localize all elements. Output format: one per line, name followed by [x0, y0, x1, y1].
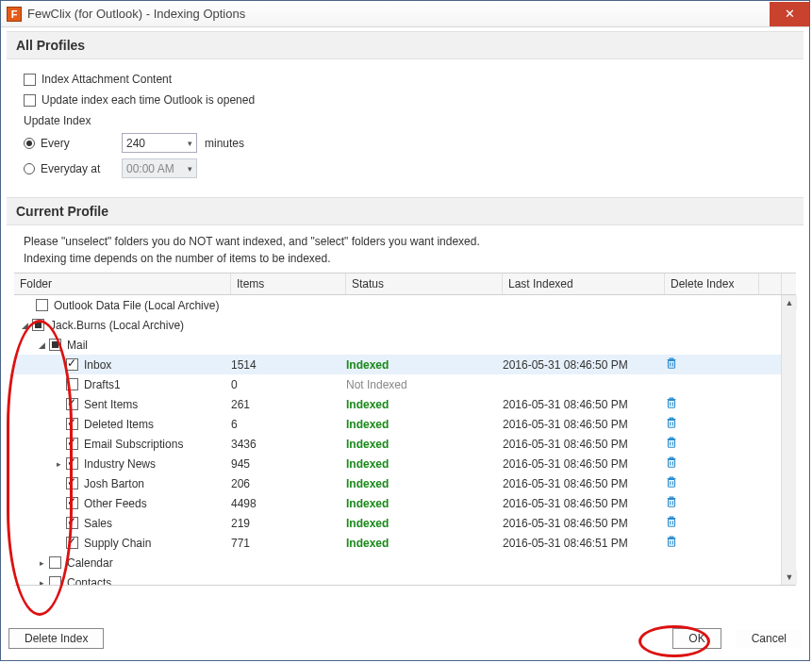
checkbox-update-on-open[interactable] — [24, 94, 36, 107]
checkbox[interactable] — [66, 358, 78, 371]
tree-node-label[interactable]: Jack.Burns (Local Archive) — [50, 319, 184, 332]
tree-node-label[interactable]: Calendar — [67, 556, 113, 570]
tree-expander[interactable]: ▸ — [37, 578, 47, 586]
checkbox[interactable] — [49, 576, 61, 585]
tree-expander[interactable]: ▸ — [54, 459, 64, 469]
trash-icon[interactable] — [665, 515, 678, 528]
checkbox[interactable] — [49, 339, 61, 351]
checkbox[interactable] — [66, 378, 78, 390]
folder-items: 6 — [231, 418, 346, 431]
folder-status: Indexed — [346, 537, 503, 550]
trash-icon[interactable] — [665, 396, 678, 409]
radio-everyday[interactable] — [24, 163, 35, 174]
trash-icon[interactable] — [665, 535, 678, 548]
tree-node-label[interactable]: Mail — [67, 339, 88, 352]
folder-name: Inbox — [84, 358, 111, 372]
folder-row[interactable]: Supply Chain771Indexed2016-05-31 08:46:5… — [14, 533, 781, 553]
label-update-index: Update Index — [24, 114, 787, 127]
checkbox[interactable] — [66, 537, 78, 549]
select-every-value: 240 — [126, 137, 145, 150]
tree-node-label[interactable]: Outlook Data File (Local Archive) — [54, 299, 219, 312]
folder-status: Indexed — [346, 517, 503, 530]
trash-icon[interactable] — [665, 436, 678, 449]
chevron-down-icon: ▾ — [188, 139, 192, 148]
trash-icon[interactable] — [665, 456, 678, 469]
tree-expander[interactable]: ◢ — [20, 321, 30, 330]
trash-icon[interactable] — [665, 416, 678, 429]
vertical-scrollbar[interactable]: ▲ ▼ — [781, 295, 796, 585]
label-everyday-at: Everyday at — [41, 162, 122, 175]
col-scroll — [759, 273, 782, 294]
checkbox[interactable] — [36, 299, 48, 311]
folder-last-indexed: 2016-05-31 08:46:50 PM — [503, 497, 665, 510]
folder-tree[interactable]: Outlook Data File (Local Archive)◢Jack.B… — [14, 295, 781, 585]
col-status[interactable]: Status — [346, 273, 503, 294]
col-delete[interactable]: Delete Index — [665, 273, 759, 294]
trash-icon[interactable] — [665, 495, 678, 508]
scroll-down-icon[interactable]: ▼ — [782, 570, 797, 585]
checkbox[interactable] — [66, 517, 78, 529]
chevron-down-icon: ▾ — [188, 164, 192, 174]
select-every-minutes[interactable]: 240 ▾ — [122, 133, 197, 153]
delete-index-icon[interactable] — [665, 535, 759, 551]
folder-row[interactable]: ▸Industry News945Indexed2016-05-31 08:46… — [14, 454, 781, 473]
folder-row[interactable]: Email Subscriptions3436Indexed2016-05-31… — [14, 434, 781, 454]
radio-every[interactable] — [24, 138, 35, 149]
checkbox[interactable] — [66, 457, 78, 470]
folder-items: 4498 — [231, 497, 346, 510]
ok-button[interactable]: OK — [672, 628, 721, 649]
folder-row[interactable]: Other Feeds4498Indexed2016-05-31 08:46:5… — [14, 493, 781, 513]
col-folder[interactable]: Folder — [14, 273, 231, 294]
svg-rect-0 — [669, 360, 675, 368]
trash-icon[interactable] — [665, 475, 678, 489]
folder-status: Indexed — [346, 398, 503, 411]
checkbox[interactable] — [66, 497, 78, 509]
folder-last-indexed: 2016-05-31 08:46:50 PM — [503, 477, 665, 490]
folder-name: Deleted Items — [84, 418, 154, 431]
folder-row[interactable]: Inbox1514Indexed2016-05-31 08:46:50 PM — [14, 355, 781, 374]
delete-index-icon[interactable] — [665, 495, 759, 511]
folder-items: 261 — [231, 398, 346, 411]
checkbox[interactable] — [32, 319, 44, 331]
scroll-up-icon[interactable]: ▲ — [782, 295, 797, 310]
grid-header: Folder Items Status Last Indexed Delete … — [14, 273, 796, 295]
folder-name: Industry News — [84, 457, 156, 471]
svg-rect-6 — [669, 499, 675, 506]
folder-status: Not Indexed — [346, 378, 503, 391]
folder-row[interactable]: Sales219Indexed2016-05-31 08:46:50 PM — [14, 513, 781, 533]
delete-index-icon[interactable] — [665, 475, 759, 491]
close-button[interactable]: ✕ — [770, 2, 809, 26]
svg-rect-7 — [669, 519, 675, 526]
folder-status: Indexed — [346, 457, 503, 471]
checkbox[interactable] — [66, 398, 78, 410]
folder-row[interactable]: Deleted Items6Indexed2016-05-31 08:46:50… — [14, 414, 781, 434]
folder-last-indexed: 2016-05-31 08:46:50 PM — [503, 358, 665, 372]
trash-icon[interactable] — [665, 356, 678, 370]
delete-index-icon[interactable] — [665, 396, 759, 412]
delete-index-icon[interactable] — [665, 456, 759, 472]
delete-index-icon[interactable] — [665, 436, 759, 452]
tree-expander[interactable]: ▸ — [37, 558, 47, 568]
cancel-button[interactable]: Cancel — [737, 629, 802, 648]
checkbox-index-attachment[interactable] — [24, 74, 36, 86]
tree-node-label[interactable]: Contacts — [67, 576, 111, 586]
titlebar: F FewClix (for Outlook) - Indexing Optio… — [1, 1, 809, 27]
delete-index-button[interactable]: Delete Index — [8, 628, 104, 649]
delete-index-icon[interactable] — [665, 515, 759, 531]
checkbox[interactable] — [49, 556, 61, 569]
svg-rect-2 — [669, 420, 675, 427]
checkbox[interactable] — [66, 477, 78, 489]
folder-row[interactable]: Drafts10Not Indexed — [14, 374, 781, 394]
delete-index-icon[interactable] — [665, 356, 759, 373]
window-title: FewClix (for Outlook) - Indexing Options — [27, 7, 245, 21]
tree-expander[interactable]: ◢ — [37, 340, 47, 350]
checkbox[interactable] — [66, 438, 78, 450]
svg-rect-4 — [669, 459, 675, 467]
delete-index-icon[interactable] — [665, 416, 759, 432]
folder-row[interactable]: Josh Barton206Indexed2016-05-31 08:46:50… — [14, 473, 781, 493]
folder-row[interactable]: Sent Items261Indexed2016-05-31 08:46:50 … — [14, 394, 781, 414]
col-last[interactable]: Last Indexed — [503, 273, 665, 294]
checkbox[interactable] — [66, 418, 78, 430]
col-items[interactable]: Items — [231, 273, 346, 294]
select-everyday-time[interactable]: 00:00 AM ▾ — [122, 158, 197, 178]
